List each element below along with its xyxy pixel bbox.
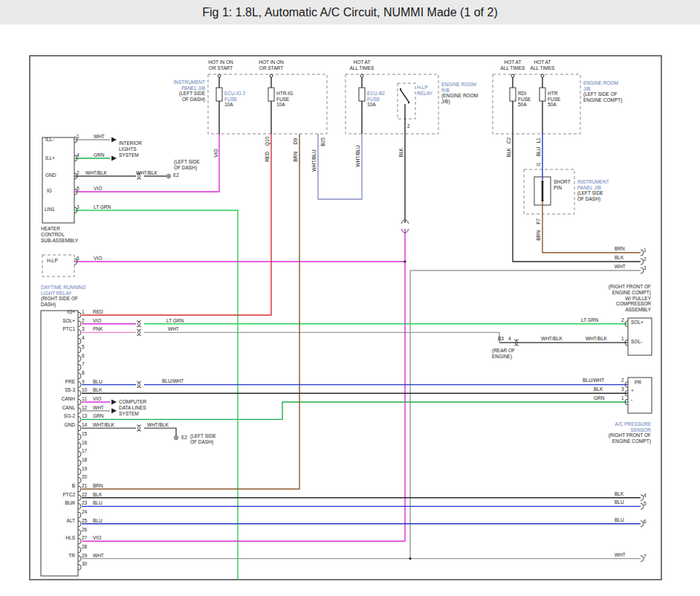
amp-pin-number: 5 — [82, 344, 85, 350]
amp-terminal-name: CANH — [45, 396, 75, 402]
edge-pin-number: 5 — [644, 501, 646, 507]
connector-code: Q10 — [265, 137, 270, 146]
heater-pin-name: IG — [47, 188, 52, 194]
junction-dot — [409, 557, 411, 560]
connector-code: L1 — [536, 137, 541, 143]
amp-pin-arc — [78, 530, 81, 536]
amp-pin-arc — [78, 443, 81, 449]
amp-pin-arc — [78, 364, 81, 370]
wiring-diagram-page: Fig 1: 1.8L, Automatic A/C Circuit, NUMM… — [0, 0, 700, 596]
amp-pin-arc — [78, 408, 81, 414]
amp-pin-arc — [78, 564, 81, 570]
amp-pin-arc — [78, 434, 81, 440]
amp-wire-color: BRN — [93, 483, 103, 489]
amp-wire-color: VIO — [93, 318, 101, 324]
sol-plus-label: SOL+ — [631, 320, 644, 325]
amp-pin-number: 12 — [82, 405, 87, 411]
wire-color-label: LT GRN — [94, 204, 111, 210]
heater-pin-number: 5 — [77, 186, 80, 192]
amp-terminal-name: CANL — [45, 405, 75, 411]
wire-color-label: LT GRN — [166, 318, 184, 324]
amp-pin-arc — [78, 495, 81, 501]
connector-pin-number: 4 — [508, 336, 511, 342]
amp-pin-arc — [78, 486, 81, 492]
wire-color-label: WHT — [615, 552, 626, 558]
connector-code: I1 — [536, 162, 541, 166]
amp-pin-number: 10 — [82, 387, 87, 393]
ground-location: (LEFT SIDE OF DASH) — [174, 159, 200, 171]
amp-pin-arc — [78, 512, 81, 518]
wire-color-label: BLU/WHT — [162, 378, 184, 384]
amp-pin-number: 11 — [82, 396, 87, 402]
wire-color-label: BLK — [506, 148, 511, 157]
amp-pin-number: 19 — [82, 466, 87, 472]
interior-lights-system-label: INTERIOR LIGHTS SYSTEM — [119, 140, 142, 158]
amp-wire-color: WHT/BLK — [93, 422, 114, 428]
fuse-label-htr: HTR FUSE50A — [548, 85, 560, 114]
wire-brn-compressor — [542, 202, 641, 253]
wire-color-label: RED — [265, 152, 270, 162]
pr-pin-number: 1 — [621, 395, 624, 401]
ground-code: E2 — [181, 435, 187, 441]
wire-color-label: BRN — [536, 230, 541, 241]
power-feed-label: HOT AT ALL TIMES — [340, 59, 384, 71]
arrow-interior-lights — [111, 156, 117, 161]
wire-grn-pressure-sensor — [82, 402, 628, 419]
wire-color-label: VIO — [213, 149, 218, 157]
amp-pin-arc — [78, 425, 81, 431]
amp-pin-number: 9 — [82, 379, 85, 385]
amp-pin-arc — [78, 460, 81, 466]
supply-tap — [541, 74, 544, 77]
fuse-htr — [539, 88, 545, 101]
heater-pin-name: LIN1 — [45, 207, 55, 213]
amp-pin-arc — [78, 382, 81, 388]
heater-pin-name: ILL- — [45, 137, 54, 143]
ground-e2-bottom — [175, 436, 178, 440]
arrow-interior-lights — [111, 137, 117, 143]
relay-switch — [401, 90, 409, 119]
connector-code: D9 — [293, 138, 298, 144]
amp-terminal-name: ALT — [45, 518, 75, 524]
amp-pin-arcs — [78, 312, 81, 570]
amp-pin-arc — [78, 338, 81, 344]
edge-pin-number: 7 — [644, 554, 646, 560]
sol-minus-label: SOL- — [631, 339, 642, 345]
short-pin-node — [542, 181, 544, 183]
amp-pin-number: 29 — [82, 553, 87, 559]
power-feed-label: HOT AT ALL TIMES — [520, 59, 565, 71]
connector-code: C2 — [506, 137, 511, 143]
wire-color-label: WHT/BLK — [586, 336, 607, 342]
pr-pin-number: 2 — [621, 378, 624, 383]
amp-pin-number: 15 — [82, 431, 87, 437]
wire-color-label: GRN — [94, 152, 104, 158]
amp-pin-number: 24 — [82, 509, 87, 515]
edge-pin-number: 4 — [644, 493, 646, 499]
amp-pin-arc — [78, 469, 81, 475]
arrow-computer-data — [111, 408, 117, 413]
fuse-label-ecu-b2: ECU-B2 FUSE10A — [367, 85, 385, 114]
wire-color-label: VIO — [94, 256, 102, 262]
amp-wire-color: WHT — [93, 553, 104, 559]
amp-pin-arc — [78, 390, 81, 396]
short-pin-jb-label: INSTRUMENT PANEL J/B(LEFT SIDE OF DASH) — [577, 173, 609, 208]
amp-wire-color: BLU — [93, 518, 103, 524]
junction-dot — [404, 260, 406, 262]
wire-wht-lock-sensor — [410, 271, 641, 559]
computer-data-lines-label: COMPUTER DATA LINES SYSTEM — [119, 399, 146, 416]
wire-color-label: BLK — [615, 491, 623, 497]
amp-terminal-name: PTC1 — [45, 326, 75, 332]
edge-pin-number: 1 — [644, 247, 646, 253]
pr-plus: + — [631, 388, 634, 394]
engine-room-jb-label: ENGINE ROOM J/B(LEFT SIDE OF ENGINE COMP… — [583, 74, 622, 109]
amp-pin-number: 27 — [82, 535, 87, 541]
wire-color-label: BLK — [615, 255, 623, 261]
wire-color-label: WHT — [168, 326, 179, 332]
amp-pin-arc — [78, 399, 81, 405]
amp-terminal-name: PRE — [45, 379, 75, 385]
wire-color-label: BLK — [594, 386, 603, 392]
supply-tap — [511, 74, 514, 77]
amp-pin-arc — [78, 503, 81, 509]
wire-blk-rdi — [513, 134, 641, 262]
heater-control-caption: HEATER CONTROL SUB-ASSEMBLY — [41, 226, 78, 243]
amp-pin-arc — [78, 477, 81, 483]
